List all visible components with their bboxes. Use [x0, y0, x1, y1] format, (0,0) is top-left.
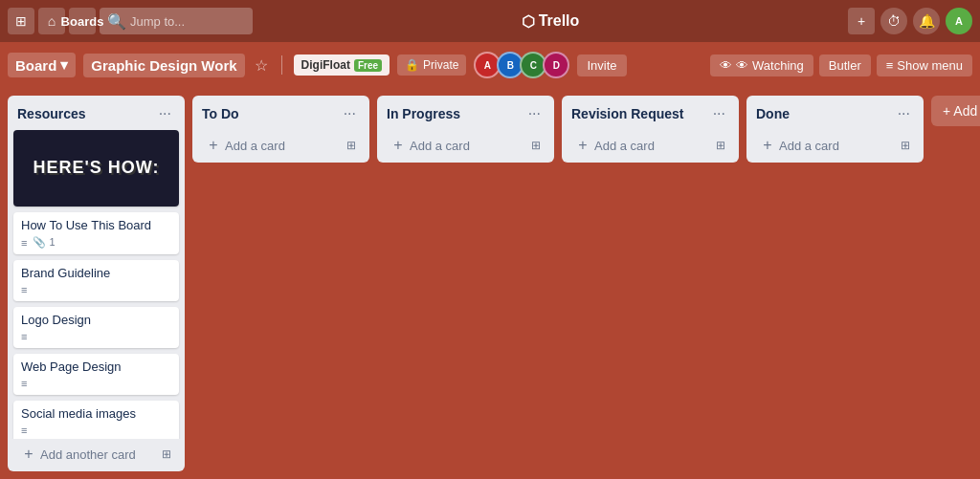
list-revision-header: Revision Request ···: [562, 96, 739, 130]
list-item[interactable]: Logo Design ≡: [13, 307, 179, 348]
list-done: Done ··· + Add a card ⊞: [746, 96, 924, 163]
description-icon: ≡: [21, 331, 27, 342]
card-icons: ≡ 📎 1: [21, 236, 171, 249]
private-button[interactable]: 🔒 Private: [397, 54, 466, 76]
list-revision: Revision Request ··· + Add a card ⊞: [562, 96, 739, 163]
attachment-icon: 📎 1: [33, 236, 55, 249]
grid-menu-icon[interactable]: ⊞: [8, 8, 34, 34]
compose-icon: ⊞: [346, 139, 356, 152]
board-title-button[interactable]: Graphic Design Work: [83, 54, 244, 77]
list-in-progress-title: In Progress: [387, 106, 460, 121]
search-bar[interactable]: 🔍: [100, 8, 253, 34]
list-resources-header: Resources ···: [8, 96, 185, 130]
card-icons: ≡: [21, 378, 171, 389]
card-hero-image: HERE'S HOW:: [13, 130, 179, 207]
app-title-area: ⬡ Trello: [256, 12, 844, 31]
lock-icon: 🔒: [405, 58, 419, 72]
plus-icon: +: [21, 446, 36, 462]
card-icons: ≡: [21, 425, 171, 436]
user-avatar[interactable]: A: [946, 8, 972, 34]
list-resources-menu-button[interactable]: ···: [155, 103, 175, 124]
menu-icon: ≡: [886, 58, 894, 73]
dropdown-icon: ▾: [60, 56, 68, 74]
card-title: Logo Design: [21, 313, 171, 327]
add-card-label: Add a card: [594, 139, 655, 153]
list-in-progress-header: In Progress ···: [377, 96, 554, 130]
member-avatars: A B C D: [474, 52, 569, 78]
list-resources-cards: HERE'S HOW: How To Use This Board ≡ 📎 1 …: [8, 130, 185, 439]
card-title: Web Page Design: [21, 359, 171, 374]
plus-icon: +: [390, 138, 406, 153]
description-icon: ≡: [21, 425, 27, 436]
trello-logo: ⬡ Trello: [522, 12, 580, 31]
list-revision-title: Revision Request: [571, 106, 683, 121]
compose-icon: ⊞: [531, 139, 541, 152]
butler-button[interactable]: Butler: [819, 54, 871, 76]
card-title: Brand Guideline: [21, 266, 171, 280]
free-tag: Free: [354, 59, 382, 72]
card-hero[interactable]: HERE'S HOW:: [13, 130, 179, 207]
timer-icon[interactable]: ⏱: [880, 8, 907, 34]
compose-icon: ⊞: [716, 139, 725, 152]
list-item[interactable]: Social media images ≡: [13, 401, 179, 439]
workspace-badge[interactable]: DigiFloat Free: [294, 54, 390, 76]
list-resources: Resources ··· HERE'S HOW: How To Use Thi…: [8, 96, 185, 471]
watching-label: 👁 Watching: [736, 58, 803, 73]
hero-text: HERE'S HOW:: [33, 158, 160, 179]
add-card-button-revision[interactable]: + Add a card ⊞: [566, 132, 735, 159]
app-title: Trello: [539, 12, 580, 30]
add-card-label: Add a card: [779, 139, 839, 153]
eye-icon: 👁: [720, 58, 732, 73]
search-input[interactable]: [130, 14, 245, 29]
compose-icon: ⊞: [162, 447, 171, 461]
list-todo-title: To Do: [202, 106, 239, 121]
card-title: How To Use This Board: [21, 218, 171, 232]
watching-button[interactable]: 👁 👁 Watching: [710, 54, 813, 76]
board-header: Board ▾ Graphic Design Work ☆ DigiFloat …: [0, 42, 980, 88]
create-button[interactable]: +: [848, 8, 875, 34]
star-button[interactable]: ☆: [253, 54, 270, 76]
list-in-progress-menu-button[interactable]: ···: [524, 103, 545, 124]
list-todo-header: To Do ···: [192, 96, 369, 130]
list-todo-menu-button[interactable]: ···: [340, 103, 360, 124]
add-list-button[interactable]: + Add another list: [931, 96, 980, 126]
plus-icon: +: [206, 138, 221, 153]
list-revision-menu-button[interactable]: ···: [709, 103, 729, 124]
card-icons: ≡: [21, 284, 171, 295]
card-icons: ≡: [21, 331, 171, 342]
board-title: Graphic Design Work: [91, 57, 236, 74]
description-icon: ≡: [21, 284, 27, 295]
private-label: Private: [423, 58, 458, 72]
add-card-button-in-progress[interactable]: + Add a card ⊞: [381, 132, 550, 159]
plus-icon: +: [760, 138, 775, 153]
top-navigation: ⊞ ⌂ Boards 🔍 ⬡ Trello + ⏱ 🔔 A: [0, 0, 980, 42]
board-header-right: 👁 👁 Watching Butler ≡ Show menu: [710, 54, 972, 76]
list-item[interactable]: How To Use This Board ≡ 📎 1: [13, 212, 179, 254]
list-resources-title: Resources: [17, 106, 86, 121]
list-item[interactable]: Web Page Design ≡: [13, 354, 179, 395]
member-avatar-4[interactable]: D: [543, 52, 569, 78]
description-icon: ≡: [21, 378, 27, 389]
board-menu-button[interactable]: Board ▾: [8, 53, 76, 77]
workspace-name: DigiFloat: [301, 58, 350, 72]
list-done-title: Done: [756, 106, 790, 121]
plus-icon: +: [575, 138, 590, 153]
trello-icon: ⬡: [522, 12, 535, 31]
show-menu-button[interactable]: ≡ Show menu: [877, 54, 972, 76]
add-card-label: Add a card: [410, 139, 470, 153]
notifications-icon[interactable]: 🔔: [913, 8, 940, 34]
add-card-label: Add another card: [40, 447, 136, 462]
list-done-menu-button[interactable]: ···: [894, 103, 914, 124]
list-item[interactable]: Brand Guideline ≡: [13, 260, 179, 301]
add-card-button-done[interactable]: + Add a card ⊞: [750, 132, 920, 159]
add-card-button-todo[interactable]: + Add a card ⊞: [196, 132, 366, 159]
add-card-button-resources[interactable]: + Add another card ⊞: [11, 441, 181, 468]
invite-button[interactable]: Invite: [577, 54, 626, 76]
list-in-progress: In Progress ··· + Add a card ⊞: [377, 96, 554, 163]
boards-button[interactable]: Boards: [69, 8, 96, 34]
add-card-label: Add a card: [225, 139, 285, 153]
description-icon: ≡: [21, 237, 27, 249]
list-done-header: Done ···: [746, 96, 924, 130]
card-title: Social media images: [21, 406, 171, 421]
show-menu-label: Show menu: [897, 58, 963, 73]
